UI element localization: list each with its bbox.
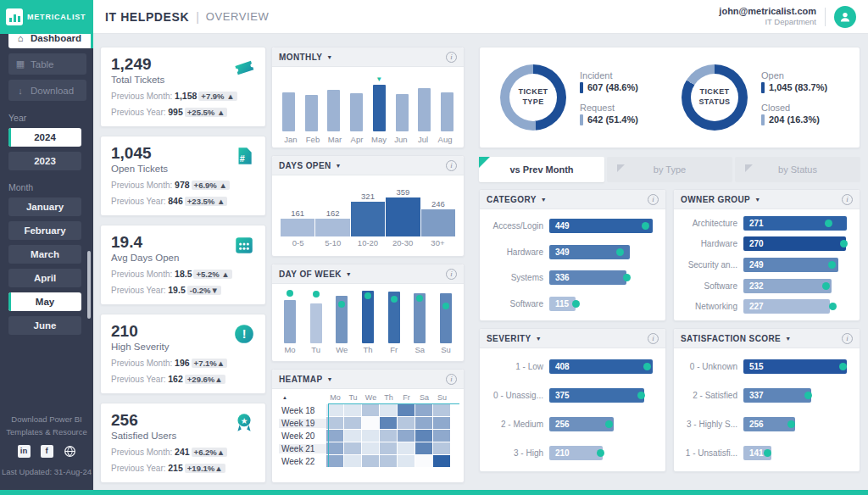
day-of-week-bar[interactable] (440, 293, 452, 343)
info-icon[interactable]: i (842, 194, 853, 205)
ticket-status-donut[interactable]: TICKET STATUS (682, 64, 748, 131)
info-icon[interactable]: i (446, 160, 457, 171)
info-icon[interactable]: i (446, 374, 457, 385)
heatmap-cell[interactable] (398, 442, 415, 454)
heatmap-cell[interactable] (362, 455, 379, 467)
heatmap-row-label[interactable]: Week 21 (279, 444, 326, 453)
heatmap-row-label[interactable]: Week 22 (279, 457, 326, 466)
dropdown-icon[interactable]: ▼ (327, 376, 333, 382)
days-open-bar[interactable] (386, 197, 420, 236)
monthly-bar[interactable] (373, 85, 386, 131)
heatmap-cell[interactable] (398, 455, 415, 467)
heatmap-row-label[interactable]: Week 20 (279, 431, 326, 441)
linkedin-icon[interactable]: in (18, 445, 31, 458)
monthly-bar[interactable] (441, 92, 453, 131)
info-icon[interactable]: i (842, 333, 853, 344)
month-filter-january[interactable]: January (8, 197, 81, 216)
owner_group-bar[interactable]: 249 (743, 258, 838, 272)
severity-bar[interactable]: 375 (549, 388, 644, 403)
heatmap-cell[interactable] (398, 404, 415, 416)
heatmap-cell[interactable] (415, 404, 432, 416)
monthly-bar[interactable] (418, 88, 431, 131)
month-filter-february[interactable]: February (8, 221, 81, 240)
heatmap-cell[interactable] (415, 455, 432, 467)
sidebar-item-table[interactable]: ▦ Table (8, 53, 86, 75)
monthly-bar[interactable] (396, 94, 409, 131)
sidebar-item-download[interactable]: ↓ Download (8, 80, 86, 101)
days-open-bar[interactable] (315, 219, 349, 236)
tab-vs-prev-month[interactable]: vs Prev Month (479, 157, 604, 182)
heatmap-cell[interactable] (380, 404, 397, 416)
info-icon[interactable]: i (648, 333, 659, 344)
owner_group-bar[interactable]: 227 (743, 299, 830, 314)
month-filter-march[interactable]: March (8, 245, 81, 264)
month-list-scrollbar[interactable] (87, 251, 91, 319)
satisfaction-bar[interactable]: 337 (743, 388, 811, 403)
severity-bar[interactable]: 256 (549, 417, 614, 431)
heatmap-cell[interactable] (433, 417, 450, 429)
heatmap-cell[interactable] (362, 430, 379, 442)
day-of-week-bar[interactable] (310, 303, 322, 343)
days-open-bar[interactable] (281, 219, 314, 236)
severity-bar[interactable]: 210 (549, 446, 603, 460)
category-bar[interactable]: 336 (549, 270, 626, 285)
heatmap-cell[interactable] (433, 404, 450, 416)
dropdown-icon[interactable]: ▼ (336, 163, 342, 169)
info-icon[interactable]: i (446, 52, 457, 63)
heatmap-cell[interactable] (433, 430, 450, 442)
month-filter-may[interactable]: May (8, 292, 81, 311)
category-bar[interactable]: 449 (549, 219, 653, 233)
heatmap-cell[interactable] (344, 417, 361, 429)
heatmap-cell[interactable] (380, 442, 397, 454)
dropdown-icon[interactable]: ▼ (536, 336, 542, 342)
heatmap-cell[interactable] (433, 442, 450, 454)
heatmap-cell[interactable] (326, 417, 343, 429)
monthly-bar[interactable] (350, 93, 363, 131)
kpi-card-open-tickets[interactable]: 1,045 Open Tickets # Previous Month: 978… (100, 136, 266, 216)
kpi-card-total-tickets[interactable]: 1,249 Total Tickets Previous Month: 1,15… (100, 47, 266, 127)
heatmap-cell[interactable] (380, 455, 397, 467)
heatmap-cell[interactable] (362, 417, 379, 429)
info-icon[interactable]: i (648, 194, 659, 205)
heatmap-cell[interactable] (398, 417, 415, 429)
owner_group-bar[interactable]: 270 (743, 236, 846, 251)
heatmap-cell[interactable] (344, 430, 361, 442)
tab-by-status[interactable]: by Status (735, 157, 860, 182)
year-filter-2023[interactable]: 2023 (8, 152, 81, 170)
heatmap-cell[interactable] (344, 404, 361, 416)
sort-arrow-icon[interactable]: ▲ (279, 395, 326, 400)
info-icon[interactable]: i (446, 269, 457, 280)
heatmap-row-label[interactable]: Week 19 (279, 419, 326, 428)
monthly-bar[interactable] (305, 95, 318, 131)
dropdown-icon[interactable]: ▼ (541, 197, 547, 203)
days-open-bar[interactable] (421, 209, 455, 236)
days-open-bar[interactable] (351, 202, 385, 236)
globe-icon[interactable] (64, 445, 76, 458)
dropdown-icon[interactable]: ▼ (754, 197, 760, 203)
heatmap-cell[interactable] (380, 430, 397, 442)
heatmap-cell[interactable] (362, 404, 379, 416)
heatmap-cell[interactable] (415, 430, 432, 442)
dropdown-icon[interactable]: ▼ (785, 336, 791, 342)
dropdown-icon[interactable]: ▼ (326, 54, 332, 60)
app-logo[interactable]: METRICALIST (0, 0, 93, 34)
heatmap-cell[interactable] (415, 417, 432, 429)
heatmap-cell[interactable] (344, 455, 361, 467)
facebook-icon[interactable]: f (41, 445, 53, 458)
kpi-card-high-severity[interactable]: 210 High Severity ! Previous Month: 196+… (100, 314, 266, 394)
heatmap-cell[interactable] (326, 455, 343, 467)
heatmap-cell[interactable] (326, 404, 343, 416)
heatmap-cell[interactable] (344, 442, 361, 454)
heatmap-cell[interactable] (380, 417, 397, 429)
severity-bar[interactable]: 408 (549, 359, 653, 374)
heatmap-cell[interactable] (326, 442, 343, 454)
heatmap-cell[interactable] (398, 430, 415, 442)
heatmap-cell[interactable] (433, 455, 450, 467)
dropdown-icon[interactable]: ▼ (346, 271, 352, 277)
heatmap-cell[interactable] (326, 430, 343, 442)
kpi-card-avg-days-open[interactable]: 19.4 Avg Days Open Previous Month: 18.5+… (100, 225, 266, 305)
month-filter-april[interactable]: April (8, 269, 81, 287)
user-avatar-icon[interactable] (834, 6, 856, 28)
heatmap-cell[interactable] (415, 442, 432, 454)
heatmap-row-label[interactable]: Week 18 (279, 406, 326, 415)
